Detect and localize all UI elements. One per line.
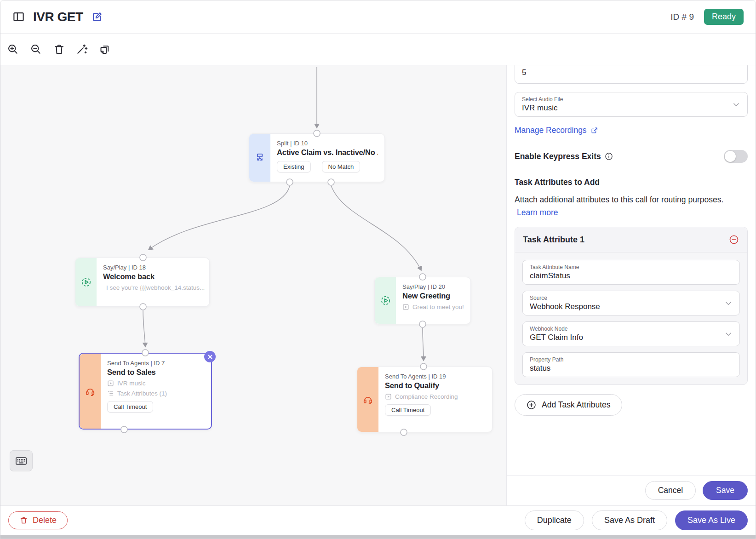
headset-icon [362,394,373,405]
status-badge: Ready [704,9,744,25]
node-type-label: Say/Play | ID 20 [402,283,464,290]
learn-more-link[interactable]: Learn more [517,208,558,217]
split-icon [254,152,265,163]
audio-clip-icon [107,380,114,387]
task-attributes-heading: Task Attributes to Add [515,178,748,187]
edit-title-icon[interactable] [92,11,103,23]
keypress-exits-label: Enable Keypress Exits [515,152,613,161]
audio-file-value: IVR music [522,103,740,113]
keyboard-shortcuts-button[interactable] [10,450,33,471]
node-new-greeting[interactable]: Say/Play | ID 20 New Greeting Great to m… [374,277,471,324]
duplicate-button[interactable]: Duplicate [525,510,584,530]
node-title: Active Claim vs. Inactive/No ... [277,148,378,157]
header: IVR GET ID # 9 Ready [0,0,756,34]
node-title: Welcome back [103,272,203,281]
add-task-attributes-button[interactable]: Add Task Attributes [515,394,622,416]
timeout-input[interactable]: 5 [515,65,748,84]
copy-node-icon[interactable] [97,41,113,57]
panel-footer: Cancel Save [507,475,756,505]
audio-file-label: Select Audio File [522,96,740,103]
remove-task-attribute-icon[interactable] [728,234,739,245]
task-attribute-card: Task Attribute 1 Task Attribute Name cla… [515,227,748,385]
source-select[interactable]: Source Webhook Response [522,291,740,315]
flow-editor-window: IVR GET ID # 9 Ready [0,0,756,539]
audio-clip-icon [402,304,409,310]
main-area: Split | ID 10 Active Claim vs. Inactive/… [0,65,756,505]
task-attributes-description: Attach additional attributes to this cal… [515,193,748,219]
audio-file-select[interactable]: Select Audio File IVR music [515,92,748,117]
headset-icon [85,386,96,397]
save-as-live-button[interactable]: Save As Live [675,510,748,530]
node-attributes-text: Task Attributes (1) [117,390,167,397]
trash-icon [19,516,28,525]
task-attributes-icon [107,390,114,397]
exit-chip-call-timeout[interactable]: Call Timeout [385,404,431,416]
property-path-field[interactable]: Property Path status [522,352,740,377]
node-type-label: Split | ID 10 [277,140,378,147]
canvas-toolbar [0,34,756,65]
plus-circle-icon [526,400,537,410]
chevron-down-icon [723,329,733,339]
node-type-label: Send To Agents | ID 19 [385,373,486,380]
exit-chip-no-match[interactable]: No Match [322,161,361,172]
cancel-button[interactable]: Cancel [645,481,696,500]
agents-strip [80,354,101,429]
sayplay-strip [375,277,396,324]
node-audio-text: I see you're {{{webhook_14.status... [106,284,205,291]
agents-strip [357,367,378,432]
manage-recordings-link[interactable]: Manage Recordings [515,126,587,135]
bottom-action-bar: Delete Duplicate Save As Draft Save As L… [0,505,756,535]
keypress-exits-toggle[interactable] [724,150,748,163]
zoom-out-icon[interactable] [28,41,44,57]
play-icon [81,277,92,287]
config-panel: 5 Select Audio File IVR music Manage Rec… [506,65,756,505]
node-send-to-sales[interactable]: Send To Agents | ID 7 Send to Sales IVR … [79,353,212,430]
info-icon [604,152,613,161]
window-bottom-edge [0,535,756,539]
node-type-label: Say/Play | ID 18 [103,264,203,271]
keyboard-icon [15,454,28,467]
node-title: New Greeting [402,292,464,300]
sidebar-toggle-icon[interactable] [12,11,25,23]
sayplay-strip [75,258,97,306]
node-title: Send to Sales [107,368,205,377]
external-link-icon [590,126,598,134]
exit-chip-existing[interactable]: Existing [277,161,311,172]
flow-canvas[interactable]: Split | ID 10 Active Claim vs. Inactive/… [0,65,506,505]
save-as-draft-button[interactable]: Save As Draft [592,510,667,530]
exit-chip-call-timeout[interactable]: Call Timeout [107,401,153,413]
node-type-label: Send To Agents | ID 7 [107,360,205,367]
flow-id-label: ID # 9 [670,12,694,22]
task-attribute-card-title: Task Attribute 1 [523,235,584,245]
node-send-to-qualify[interactable]: Send To Agents | ID 19 Send to Qualify C… [357,367,493,432]
audio-clip-icon [385,393,392,400]
play-icon [380,295,391,306]
close-node-icon[interactable] [204,351,216,362]
node-audio-text: IVR music [117,380,146,387]
webhook-node-select[interactable]: Webhook Node GET Claim Info [522,321,740,346]
split-strip [249,134,270,182]
node-welcome-back[interactable]: Say/Play | ID 18 Welcome back I see you'… [75,258,210,307]
chevron-down-icon [731,99,741,109]
page-title: IVR GET [33,10,83,24]
node-title: Send to Qualify [385,381,486,390]
delete-flow-button[interactable]: Delete [8,511,68,529]
task-attribute-name-field[interactable]: Task Attribute Name claimStatus [522,260,740,285]
save-button[interactable]: Save [703,481,748,500]
node-split[interactable]: Split | ID 10 Active Claim vs. Inactive/… [249,133,385,182]
delete-node-icon[interactable] [51,41,67,57]
auto-layout-wand-icon[interactable] [74,41,90,57]
zoom-in-icon[interactable] [5,41,21,57]
chevron-down-icon [723,298,733,308]
node-audio-text: Compliance Recording [395,393,458,400]
node-audio-text: Great to meet you! [412,304,464,310]
